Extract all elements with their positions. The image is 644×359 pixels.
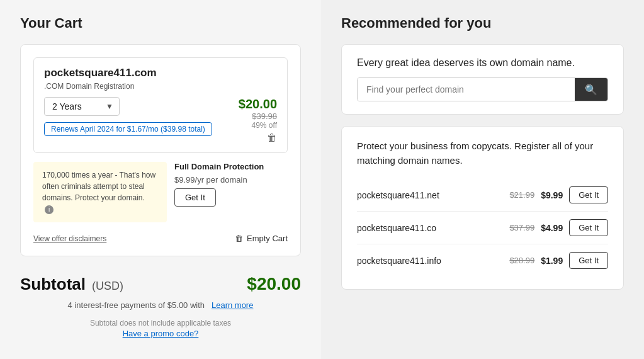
suggestion-get-it-button[interactable]: Get It (569, 186, 608, 203)
suggestion-new-price: $1.99 (541, 256, 563, 266)
protection-get-it-button[interactable]: Get It (174, 188, 216, 207)
suggestion-name: pocketsquare411.co (357, 223, 436, 233)
copycats-text: Protect your business from copycats. Reg… (357, 139, 608, 168)
learn-more-link[interactable]: Learn more (212, 300, 253, 310)
trash-icon[interactable]: 🗑 (239, 132, 277, 144)
protection-price: $9.99/yr per domain (174, 175, 247, 185)
suggestion-prices: $21.99 $9.99 Get It (509, 186, 608, 203)
view-disclaimer-link[interactable]: View offer disclaimers (33, 234, 106, 243)
suggestions-list: pocketsquare411.net $21.99 $9.99 Get It … (357, 179, 608, 276)
price-old: $39.98 (239, 111, 277, 121)
domain-suggestion-row: pocketsquare411.co $37.99 $4.99 Get It (357, 212, 608, 244)
renew-badge: Renews April 2024 for $1.67/mo ($39.98 t… (44, 122, 212, 136)
page-title: Your Cart (20, 15, 301, 31)
search-input[interactable] (358, 78, 575, 101)
search-tagline: Every great idea deserves its own domain… (357, 57, 608, 69)
price-block: $20.00 $39.98 49% off 🗑 (239, 97, 277, 144)
domain-suggestion-row: pocketsquare411.info $28.99 $1.99 Get It (357, 244, 608, 276)
promo-code-link[interactable]: Have a promo code? (20, 329, 301, 338)
suggestion-old-price: $21.99 (509, 190, 534, 200)
payments-row: 4 interest-free payments of $5.00 with L… (20, 300, 301, 310)
subtotal-amount: $20.00 (247, 274, 301, 294)
subtotal-row: Subtotal (USD) $20.00 (20, 274, 301, 294)
suggestion-name: pocketsquare411.info (357, 256, 441, 266)
price-new: $20.00 (239, 97, 277, 111)
suggestion-get-it-button[interactable]: Get It (569, 252, 608, 269)
payments-text: 4 interest-free payments of $5.00 with (68, 300, 205, 310)
protection-row: 170,000 times a year - That's how often … (33, 162, 288, 222)
suggestion-name: pocketsquare411.net (357, 190, 439, 200)
domain-type: .COM Domain Registration (44, 82, 277, 91)
suggestion-old-price: $28.99 (509, 256, 534, 265)
subtotal-section: Subtotal (USD) $20.00 4 interest-free pa… (20, 274, 301, 338)
search-card: Every great idea deserves its own domain… (341, 44, 624, 115)
empty-cart-button[interactable]: 🗑 Empty Cart (235, 234, 288, 243)
protection-title: Full Domain Protection (174, 162, 264, 171)
tax-note: Subtotal does not include applicable tax… (20, 319, 301, 328)
suggestion-old-price: $37.99 (509, 223, 534, 232)
domain-row: 1 Year 2 Years 3 Years 5 Years ▼ Renews … (44, 97, 277, 144)
warning-text: 170,000 times a year - That's how often … (42, 171, 155, 202)
years-select[interactable]: 1 Year 2 Years 3 Years 5 Years (44, 97, 120, 116)
info-icon[interactable]: i (45, 205, 54, 214)
domain-suggestion-row: pocketsquare411.net $21.99 $9.99 Get It (357, 179, 608, 212)
domain-item: pocketsquare411.com .COM Domain Registra… (33, 57, 288, 153)
suggestion-new-price: $4.99 (541, 223, 563, 233)
cart-footer: View offer disclaimers 🗑 Empty Cart (33, 234, 288, 243)
suggestion-get-it-button[interactable]: Get It (569, 219, 608, 236)
price-off: 49% off (239, 121, 277, 130)
copycats-card: Protect your business from copycats. Reg… (341, 126, 624, 290)
domain-name: pocketsquare411.com (44, 67, 277, 79)
search-button[interactable]: 🔍 (575, 78, 607, 101)
subtotal-usd: (USD) (92, 280, 123, 292)
empty-cart-label: Empty Cart (247, 234, 288, 243)
search-row: 🔍 (357, 77, 608, 101)
protection-offer: Full Domain Protection $9.99/yr per doma… (174, 162, 288, 207)
cart-card: pocketsquare411.com .COM Domain Registra… (20, 44, 301, 256)
suggestion-new-price: $9.99 (541, 190, 563, 200)
suggestion-prices: $28.99 $1.99 Get It (509, 252, 608, 269)
trash-icon-small: 🗑 (235, 234, 243, 243)
warning-box: 170,000 times a year - That's how often … (33, 162, 167, 222)
search-icon: 🔍 (585, 84, 597, 96)
years-select-wrap: 1 Year 2 Years 3 Years 5 Years ▼ (44, 97, 120, 116)
subtotal-label: Subtotal (20, 275, 86, 293)
subtotal-label-group: Subtotal (USD) (20, 275, 123, 294)
suggestion-prices: $37.99 $4.99 Get It (509, 219, 608, 236)
rec-title: Recommended for you (341, 15, 624, 31)
